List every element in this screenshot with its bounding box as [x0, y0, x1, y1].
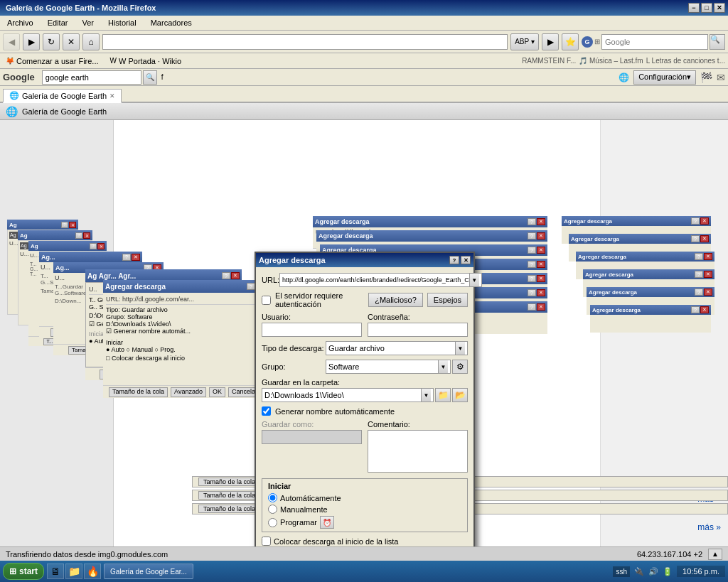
taskbar-icon-2[interactable]: 📁 [65, 564, 82, 579]
programar-label: Programar [280, 518, 317, 527]
content-area: más » más » Agregar descarga?✕ Agregar d… [0, 120, 728, 546]
url-bar[interactable] [102, 34, 508, 50]
go-button[interactable]: ▶ [542, 33, 559, 50]
main-dialog-close[interactable]: ✕ [461, 256, 471, 264]
grupo-select[interactable]: Software ▼ [326, 360, 451, 374]
bookmark-wikio[interactable]: W W Portada · Wikio [107, 56, 184, 66]
main-dialog-titlebar: Agregar descarga ? ✕ [256, 253, 473, 267]
tipo-arrow[interactable]: ▼ [455, 342, 465, 355]
tab-close-icon[interactable]: ✕ [109, 92, 115, 99]
google-logo: Google [3, 72, 35, 82]
menu-archivo[interactable]: Archivo [3, 17, 38, 28]
title-bar: Galería de Google Earth - Mozilla Firefo… [0, 0, 728, 16]
forward-button[interactable]: ▶ [23, 33, 40, 50]
automaticamente-radio[interactable] [268, 493, 277, 502]
programar-button[interactable]: ⏰ [320, 516, 334, 529]
group-config-icon[interactable]: ⚙ [452, 360, 468, 374]
folder-browse-icon[interactable]: 📂 [452, 388, 468, 402]
google-search-button[interactable]: 🔍 [143, 70, 157, 85]
menu-marcadores[interactable]: Marcadores [146, 17, 196, 28]
carpeta-arrow[interactable]: ▼ [421, 389, 431, 402]
programar-radio[interactable] [268, 518, 277, 527]
wikio-icon: W [110, 57, 117, 65]
reload-button[interactable]: ↻ [43, 33, 60, 50]
main-dialog: Agregar descarga ? ✕ URL: http://dl.goog… [255, 252, 475, 546]
tamano-btn-3[interactable]: Tamaño de la cola [198, 505, 260, 513]
tamano-btn-2[interactable]: Tamaño de la cola [198, 491, 260, 500]
rammstein-label: RAMMSTEIN F... [522, 57, 576, 65]
usuario-input[interactable] [262, 323, 362, 337]
guardar-col: Guardar como: [262, 420, 362, 474]
title-bar-buttons: − □ ✕ [688, 3, 725, 13]
near-dialog-2: Agregar descarga?✕ URL: http://dl.google… [103, 280, 267, 398]
search-go-button[interactable]: 🔍 [710, 34, 725, 50]
colocar-checkbox[interactable] [262, 537, 271, 546]
google-f-label: f [161, 73, 164, 81]
taskbar-icon-1[interactable]: 🖥 [47, 564, 64, 579]
espejos-button[interactable]: Espejos [427, 293, 468, 307]
menu-ver[interactable]: Ver [77, 17, 98, 28]
taskbar-app-label: Galería de Google Ear... [110, 568, 187, 576]
manualmente-label: Manualmente [280, 505, 328, 514]
bookmark-wikio-label: W Portada · Wikio [119, 57, 181, 65]
carpeta-combo[interactable]: D:\Downloads 1\Video\ ▼ [262, 388, 434, 402]
restore-button[interactable]: □ [701, 3, 712, 13]
manualmente-radio[interactable] [268, 505, 277, 514]
guardar-input[interactable] [262, 430, 362, 444]
gen-nombre-checkbox[interactable] [262, 406, 271, 416]
comentario-textarea[interactable] [368, 430, 468, 473]
config-separator-icon: 🌐 [619, 72, 629, 82]
automaticamente-label: Automáticamente [280, 494, 341, 502]
back-button[interactable]: ◀ [3, 33, 20, 50]
contrasena-input[interactable] [368, 323, 468, 337]
gen-nombre-label: Generar nombre automáticamente [275, 407, 395, 416]
colocar-row: Colocar descarga al inicio de la lista [262, 537, 468, 546]
firefox-icon: 🦊 [6, 57, 14, 65]
url-combo-arrow[interactable]: ▼ [469, 274, 479, 286]
menu-historial[interactable]: Historial [104, 17, 141, 28]
folder-open-icon[interactable]: 📁 [435, 388, 451, 402]
taskbar-battery-icon: 🔋 [663, 567, 673, 576]
config-button[interactable]: Configuración▾ [633, 70, 696, 85]
tamano-btn-1[interactable]: Tamaño de la cola [198, 478, 260, 486]
auth-label: El servidor requiere autenticación [275, 291, 364, 308]
menu-editar[interactable]: Editar [43, 17, 73, 28]
programar-row: Programar ⏰ [268, 516, 461, 529]
taskbar-icon-3[interactable]: 🔥 [84, 564, 101, 579]
tipo-select[interactable]: Guardar archivo ▼ [326, 341, 468, 355]
page-title: Galería de Google Earth [22, 107, 107, 116]
automaticamente-row: Automáticamente [268, 493, 461, 502]
bookmark-firefox[interactable]: 🦊 Comenzar a usar Fire... [3, 56, 102, 66]
main-dialog-body: URL: http://dl.google.com/earth/client/b… [256, 267, 473, 546]
ssh-label: ssh [613, 566, 630, 577]
grupo-arrow[interactable]: ▼ [438, 360, 448, 373]
google-search-icon: G [582, 36, 593, 48]
url-value: http://dl.google.com/earth/client/brande… [282, 276, 469, 284]
close-button[interactable]: ✕ [714, 3, 725, 13]
taskbar-app-firefox[interactable]: Galería de Google Ear... [104, 564, 193, 579]
taskbar-network-icon: 🔌 [634, 567, 644, 576]
stop-button[interactable]: ✕ [63, 33, 80, 50]
bookmarks-bar: 🦊 Comenzar a usar Fire... W W Portada · … [0, 53, 728, 69]
main-dialog-help[interactable]: ? [449, 256, 459, 264]
google-search-input[interactable] [42, 70, 141, 85]
main-tab[interactable]: 🌐 Galería de Google Earth ✕ [3, 89, 122, 103]
url-combo[interactable]: http://dl.google.com/earth/client/brande… [279, 273, 482, 287]
iniciar-section: Iniciar Automáticamente Manualmente Prog… [262, 478, 468, 537]
start-button[interactable]: ⊞ start [3, 563, 44, 580]
bookmark-button[interactable]: ⭐ [562, 33, 579, 50]
auth-checkbox[interactable] [262, 296, 271, 305]
scroll-to-top-button[interactable]: ▲ [708, 549, 722, 560]
malicioso-button[interactable]: ¿Malicioso? [368, 293, 423, 307]
search-input[interactable] [601, 34, 708, 50]
contrasena-label: Contraseña: [368, 313, 468, 321]
minimize-button[interactable]: − [688, 3, 700, 13]
colocar-label: Colocar descarga al inicio de la lista [274, 537, 398, 546]
page-icon: 🌐 [6, 106, 18, 117]
home-button[interactable]: ⌂ [82, 33, 100, 50]
abp-button[interactable]: ABP ▾ [510, 33, 539, 50]
tab-bar: 🌐 Galería de Google Earth ✕ [0, 86, 728, 103]
firefox-window: Galería de Google Earth - Mozilla Firefo… [0, 0, 728, 582]
url-row: URL: http://dl.google.com/earth/client/b… [262, 273, 468, 287]
grupo-row: Grupo: Software ▼ ⚙ [262, 360, 468, 374]
